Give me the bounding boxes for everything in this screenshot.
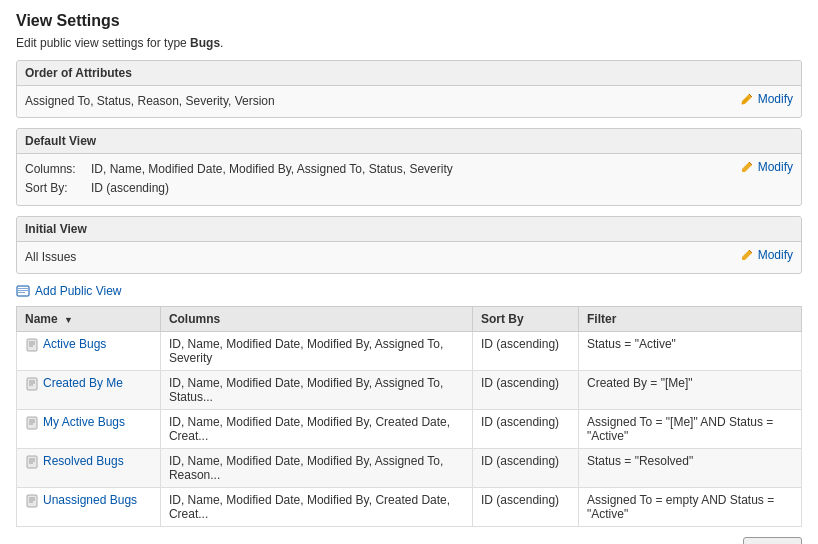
page-title: View Settings bbox=[16, 12, 802, 30]
order-of-attributes-body: Assigned To, Status, Reason, Severity, V… bbox=[17, 86, 801, 117]
col-filter: Filter bbox=[578, 306, 801, 331]
cell-name: Unassigned Bugs bbox=[17, 487, 161, 526]
initial-view-modify-button[interactable]: Modify bbox=[740, 248, 793, 262]
table-row: My Active BugsID, Name, Modified Date, M… bbox=[17, 409, 802, 448]
col-columns-label: Columns bbox=[169, 312, 220, 326]
default-view-sort-row: Sort By: ID (ascending) bbox=[25, 179, 730, 198]
table-header: Name ▼ Columns Sort By Filter bbox=[17, 306, 802, 331]
view-name-link[interactable]: My Active Bugs bbox=[43, 415, 125, 429]
cell-sort-by: ID (ascending) bbox=[473, 487, 579, 526]
pencil-icon bbox=[740, 92, 754, 106]
order-of-attributes-section: Order of Attributes Assigned To, Status,… bbox=[16, 60, 802, 118]
col-sort-by-label: Sort By bbox=[481, 312, 524, 326]
subtitle: Edit public view settings for type Bugs. bbox=[16, 36, 802, 50]
order-of-attributes-value: Assigned To, Status, Reason, Severity, V… bbox=[25, 92, 730, 111]
initial-view-value: All Issues bbox=[25, 248, 730, 267]
view-name-link[interactable]: Active Bugs bbox=[43, 337, 106, 351]
sort-label: Sort By: bbox=[25, 179, 85, 198]
dialog: View Settings Edit public view settings … bbox=[0, 0, 818, 544]
svg-rect-23 bbox=[27, 456, 37, 468]
col-name[interactable]: Name ▼ bbox=[17, 306, 161, 331]
initial-view-modify-label: Modify bbox=[758, 248, 793, 262]
row-doc-icon bbox=[25, 338, 39, 352]
order-of-attributes-modify-label: Modify bbox=[758, 92, 793, 106]
subtitle-prefix: Edit public view settings for type bbox=[16, 36, 190, 50]
views-table: Name ▼ Columns Sort By Filter Active Bug… bbox=[16, 306, 802, 527]
svg-rect-27 bbox=[27, 495, 37, 507]
svg-rect-19 bbox=[27, 417, 37, 429]
svg-rect-15 bbox=[27, 378, 37, 390]
initial-view-body: All Issues Modify bbox=[17, 242, 801, 273]
view-name-link[interactable]: Unassigned Bugs bbox=[43, 493, 137, 507]
cell-filter: Assigned To = empty AND Status = "Active… bbox=[578, 487, 801, 526]
cell-sort-by: ID (ascending) bbox=[473, 370, 579, 409]
table-header-row: Name ▼ Columns Sort By Filter bbox=[17, 306, 802, 331]
svg-rect-10 bbox=[18, 292, 25, 293]
cell-sort-by: ID (ascending) bbox=[473, 331, 579, 370]
add-public-view-label: Add Public View bbox=[35, 284, 122, 298]
default-view-modify-label: Modify bbox=[758, 160, 793, 174]
view-name-link[interactable]: Resolved Bugs bbox=[43, 454, 124, 468]
cell-sort-by: ID (ascending) bbox=[473, 409, 579, 448]
order-of-attributes-header: Order of Attributes bbox=[17, 61, 801, 86]
cell-filter: Assigned To = "[Me]" AND Status = "Activ… bbox=[578, 409, 801, 448]
svg-rect-8 bbox=[18, 288, 28, 289]
cell-columns: ID, Name, Modified Date, Modified By, As… bbox=[160, 448, 472, 487]
columns-label: Columns: bbox=[25, 160, 85, 179]
cell-filter: Status = "Active" bbox=[578, 331, 801, 370]
row-doc-icon bbox=[25, 455, 39, 469]
default-view-modify-button[interactable]: Modify bbox=[740, 160, 793, 174]
pencil-icon bbox=[740, 248, 754, 262]
cell-columns: ID, Name, Modified Date, Modified By, Cr… bbox=[160, 409, 472, 448]
col-name-label: Name bbox=[25, 312, 58, 326]
initial-view-header: Initial View bbox=[17, 217, 801, 242]
add-public-view-icon bbox=[16, 284, 30, 298]
cell-columns: ID, Name, Modified Date, Modified By, As… bbox=[160, 331, 472, 370]
table-row: Unassigned BugsID, Name, Modified Date, … bbox=[17, 487, 802, 526]
default-view-columns-row: Columns: ID, Name, Modified Date, Modifi… bbox=[25, 160, 730, 179]
cell-columns: ID, Name, Modified Date, Modified By, Cr… bbox=[160, 487, 472, 526]
cell-name: Created By Me bbox=[17, 370, 161, 409]
col-columns: Columns bbox=[160, 306, 472, 331]
table-row: Created By MeID, Name, Modified Date, Mo… bbox=[17, 370, 802, 409]
table-body: Active BugsID, Name, Modified Date, Modi… bbox=[17, 331, 802, 526]
row-doc-icon bbox=[25, 494, 39, 508]
initial-view-section: Initial View All Issues Modify bbox=[16, 216, 802, 274]
order-of-attributes-modify-button[interactable]: Modify bbox=[740, 92, 793, 106]
table-row: Resolved BugsID, Name, Modified Date, Mo… bbox=[17, 448, 802, 487]
cell-name: Resolved Bugs bbox=[17, 448, 161, 487]
cell-name: Active Bugs bbox=[17, 331, 161, 370]
col-name-sort-arrow: ▼ bbox=[64, 315, 73, 325]
table-row: Active BugsID, Name, Modified Date, Modi… bbox=[17, 331, 802, 370]
cell-columns: ID, Name, Modified Date, Modified By, As… bbox=[160, 370, 472, 409]
row-doc-icon bbox=[25, 377, 39, 391]
footer: OK bbox=[16, 527, 802, 544]
view-name-link[interactable]: Created By Me bbox=[43, 376, 123, 390]
default-view-section: Default View Columns: ID, Name, Modified… bbox=[16, 128, 802, 205]
ok-button[interactable]: OK bbox=[743, 537, 802, 544]
cell-name: My Active Bugs bbox=[17, 409, 161, 448]
col-filter-label: Filter bbox=[587, 312, 616, 326]
svg-rect-9 bbox=[18, 290, 28, 291]
cell-filter: Status = "Resolved" bbox=[578, 448, 801, 487]
cell-filter: Created By = "[Me]" bbox=[578, 370, 801, 409]
add-public-view-button[interactable]: Add Public View bbox=[16, 284, 802, 298]
col-sort-by: Sort By bbox=[473, 306, 579, 331]
subtitle-type: Bugs bbox=[190, 36, 220, 50]
pencil-icon bbox=[740, 160, 754, 174]
default-view-header: Default View bbox=[17, 129, 801, 154]
subtitle-period: . bbox=[220, 36, 223, 50]
default-view-content: Columns: ID, Name, Modified Date, Modifi… bbox=[25, 160, 730, 198]
sort-value: ID (ascending) bbox=[91, 179, 169, 198]
default-view-body: Columns: ID, Name, Modified Date, Modifi… bbox=[17, 154, 801, 204]
svg-rect-11 bbox=[27, 339, 37, 351]
row-doc-icon bbox=[25, 416, 39, 430]
columns-value: ID, Name, Modified Date, Modified By, As… bbox=[91, 160, 453, 179]
cell-sort-by: ID (ascending) bbox=[473, 448, 579, 487]
